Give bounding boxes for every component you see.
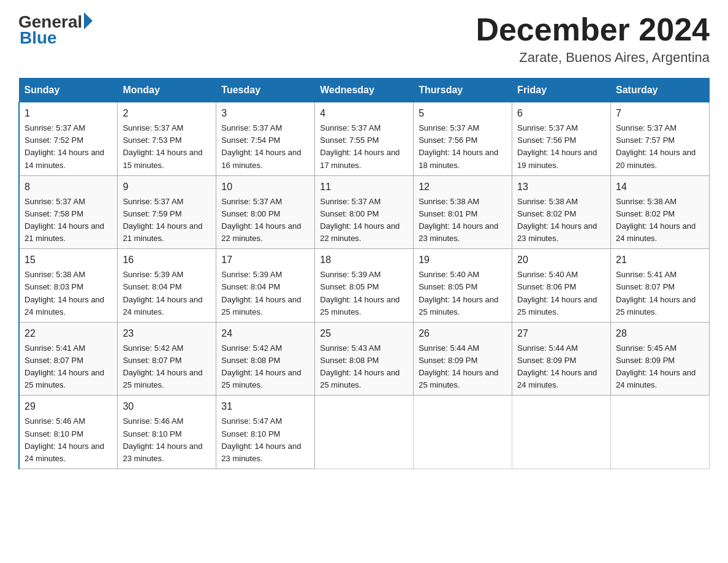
sunset-label: Sunset: 7:55 PM — [320, 136, 379, 145]
calendar-cell: 14 Sunrise: 5:38 AM Sunset: 8:02 PM Dayl… — [611, 175, 710, 249]
sunrise-label: Sunrise: 5:45 AM — [616, 343, 677, 353]
calendar-cell: 18 Sunrise: 5:39 AM Sunset: 8:05 PM Dayl… — [315, 249, 414, 323]
calendar-cell: 9 Sunrise: 5:37 AM Sunset: 7:59 PM Dayli… — [118, 175, 216, 249]
day-info: Sunrise: 5:39 AM Sunset: 8:04 PM Dayligh… — [221, 269, 309, 318]
daylight-label: Daylight: 14 hours and 25 minutes. — [419, 368, 498, 389]
day-number: 18 — [320, 253, 408, 267]
sunset-label: Sunset: 7:56 PM — [419, 136, 477, 145]
calendar-cell: 8 Sunrise: 5:37 AM Sunset: 7:58 PM Dayli… — [19, 175, 118, 249]
day-info: Sunrise: 5:38 AM Sunset: 8:01 PM Dayligh… — [419, 196, 507, 245]
daylight-label: Daylight: 14 hours and 25 minutes. — [320, 295, 400, 316]
sunrise-label: Sunrise: 5:38 AM — [616, 197, 677, 206]
sunrise-label: Sunrise: 5:37 AM — [123, 197, 183, 206]
daylight-label: Daylight: 14 hours and 19 minutes. — [517, 148, 597, 169]
sunset-label: Sunset: 8:09 PM — [616, 356, 675, 365]
daylight-label: Daylight: 14 hours and 23 minutes. — [221, 442, 301, 463]
calendar-cell: 22 Sunrise: 5:41 AM Sunset: 8:07 PM Dayl… — [19, 322, 118, 396]
day-number: 30 — [123, 399, 211, 414]
day-number: 27 — [517, 326, 605, 341]
daylight-label: Daylight: 14 hours and 24 minutes. — [25, 442, 104, 463]
calendar-cell: 7 Sunrise: 5:37 AM Sunset: 7:57 PM Dayli… — [611, 102, 710, 176]
sunrise-label: Sunrise: 5:42 AM — [221, 343, 282, 353]
daylight-label: Daylight: 14 hours and 15 minutes. — [123, 148, 202, 169]
day-number: 19 — [419, 253, 507, 267]
calendar-cell: 16 Sunrise: 5:39 AM Sunset: 8:04 PM Dayl… — [118, 249, 216, 323]
day-number: 17 — [221, 253, 309, 267]
day-info: Sunrise: 5:41 AM Sunset: 8:07 PM Dayligh… — [616, 269, 704, 318]
calendar-cell: 6 Sunrise: 5:37 AM Sunset: 7:56 PM Dayli… — [512, 102, 611, 176]
col-header-saturday: Saturday — [611, 79, 710, 102]
sunset-label: Sunset: 7:53 PM — [123, 136, 181, 145]
day-info: Sunrise: 5:37 AM Sunset: 7:57 PM Dayligh… — [616, 122, 704, 172]
daylight-label: Daylight: 14 hours and 24 minutes. — [123, 295, 202, 316]
day-info: Sunrise: 5:44 AM Sunset: 8:09 PM Dayligh… — [517, 342, 605, 392]
sunset-label: Sunset: 8:10 PM — [123, 429, 181, 439]
day-info: Sunrise: 5:38 AM Sunset: 8:03 PM Dayligh… — [25, 269, 112, 318]
day-info: Sunrise: 5:37 AM Sunset: 7:59 PM Dayligh… — [123, 196, 211, 245]
day-info: Sunrise: 5:46 AM Sunset: 8:10 PM Dayligh… — [123, 415, 211, 465]
day-info: Sunrise: 5:42 AM Sunset: 8:08 PM Dayligh… — [221, 342, 309, 392]
calendar-cell: 21 Sunrise: 5:41 AM Sunset: 8:07 PM Dayl… — [611, 249, 710, 323]
sunrise-label: Sunrise: 5:38 AM — [25, 270, 85, 279]
sunset-label: Sunset: 7:52 PM — [25, 136, 83, 145]
daylight-label: Daylight: 14 hours and 24 minutes. — [616, 368, 696, 389]
calendar-cell: 1 Sunrise: 5:37 AM Sunset: 7:52 PM Dayli… — [19, 102, 118, 176]
day-number: 5 — [419, 106, 507, 121]
calendar-week-row: 29 Sunrise: 5:46 AM Sunset: 8:10 PM Dayl… — [19, 396, 710, 469]
sunrise-label: Sunrise: 5:40 AM — [419, 270, 479, 279]
calendar-cell — [315, 396, 414, 469]
daylight-label: Daylight: 14 hours and 20 minutes. — [616, 148, 696, 169]
sunrise-label: Sunrise: 5:38 AM — [517, 197, 578, 206]
sunrise-label: Sunrise: 5:38 AM — [419, 197, 479, 206]
day-number: 6 — [517, 106, 605, 121]
col-header-monday: Monday — [118, 79, 216, 102]
daylight-label: Daylight: 14 hours and 18 minutes. — [419, 148, 498, 169]
sunset-label: Sunset: 8:05 PM — [320, 282, 379, 291]
daylight-label: Daylight: 14 hours and 24 minutes. — [616, 221, 696, 243]
daylight-label: Daylight: 14 hours and 25 minutes. — [517, 295, 597, 316]
daylight-label: Daylight: 14 hours and 25 minutes. — [221, 295, 301, 316]
day-info: Sunrise: 5:37 AM Sunset: 8:00 PM Dayligh… — [320, 196, 408, 245]
daylight-label: Daylight: 14 hours and 16 minutes. — [221, 148, 301, 169]
sunset-label: Sunset: 8:09 PM — [517, 356, 576, 365]
calendar-cell: 19 Sunrise: 5:40 AM Sunset: 8:05 PM Dayl… — [414, 249, 512, 323]
logo: General Blue — [18, 12, 93, 48]
calendar-week-row: 22 Sunrise: 5:41 AM Sunset: 8:07 PM Dayl… — [19, 322, 710, 396]
day-info: Sunrise: 5:40 AM Sunset: 8:06 PM Dayligh… — [517, 269, 605, 318]
calendar-cell: 15 Sunrise: 5:38 AM Sunset: 8:03 PM Dayl… — [19, 249, 118, 323]
sunrise-label: Sunrise: 5:41 AM — [25, 343, 85, 353]
calendar-cell: 26 Sunrise: 5:44 AM Sunset: 8:09 PM Dayl… — [414, 322, 512, 396]
sunset-label: Sunset: 8:04 PM — [123, 282, 181, 291]
calendar-cell: 28 Sunrise: 5:45 AM Sunset: 8:09 PM Dayl… — [611, 322, 710, 396]
sunrise-label: Sunrise: 5:43 AM — [320, 343, 381, 353]
sunset-label: Sunset: 7:54 PM — [221, 136, 280, 145]
sunset-label: Sunset: 8:10 PM — [25, 429, 83, 439]
calendar-cell: 25 Sunrise: 5:43 AM Sunset: 8:08 PM Dayl… — [315, 322, 414, 396]
daylight-label: Daylight: 14 hours and 17 minutes. — [320, 148, 400, 169]
sunrise-label: Sunrise: 5:47 AM — [221, 416, 282, 426]
day-info: Sunrise: 5:38 AM Sunset: 8:02 PM Dayligh… — [616, 196, 704, 245]
calendar-cell: 27 Sunrise: 5:44 AM Sunset: 8:09 PM Dayl… — [512, 322, 611, 396]
day-info: Sunrise: 5:40 AM Sunset: 8:05 PM Dayligh… — [419, 269, 507, 318]
sunrise-label: Sunrise: 5:41 AM — [616, 270, 677, 279]
daylight-label: Daylight: 14 hours and 23 minutes. — [123, 442, 202, 463]
daylight-label: Daylight: 14 hours and 25 minutes. — [419, 295, 498, 316]
logo-arrow-icon — [84, 12, 93, 29]
daylight-label: Daylight: 14 hours and 21 minutes. — [25, 221, 104, 243]
daylight-label: Daylight: 14 hours and 23 minutes. — [419, 221, 498, 243]
sunset-label: Sunset: 7:57 PM — [616, 136, 675, 145]
calendar-cell: 20 Sunrise: 5:40 AM Sunset: 8:06 PM Dayl… — [512, 249, 611, 323]
daylight-label: Daylight: 14 hours and 23 minutes. — [517, 221, 597, 243]
daylight-label: Daylight: 14 hours and 25 minutes. — [221, 368, 301, 389]
calendar-cell: 29 Sunrise: 5:46 AM Sunset: 8:10 PM Dayl… — [19, 396, 118, 469]
sunset-label: Sunset: 8:01 PM — [419, 209, 477, 218]
sunset-label: Sunset: 8:06 PM — [517, 282, 576, 291]
sunset-label: Sunset: 8:07 PM — [123, 356, 181, 365]
calendar-week-row: 1 Sunrise: 5:37 AM Sunset: 7:52 PM Dayli… — [19, 102, 710, 176]
sunrise-label: Sunrise: 5:37 AM — [616, 123, 677, 132]
sunrise-label: Sunrise: 5:37 AM — [25, 197, 85, 206]
calendar-cell: 4 Sunrise: 5:37 AM Sunset: 7:55 PM Dayli… — [315, 102, 414, 176]
sunset-label: Sunset: 8:04 PM — [221, 282, 280, 291]
day-number: 21 — [616, 253, 704, 267]
calendar-week-row: 8 Sunrise: 5:37 AM Sunset: 7:58 PM Dayli… — [19, 175, 710, 249]
